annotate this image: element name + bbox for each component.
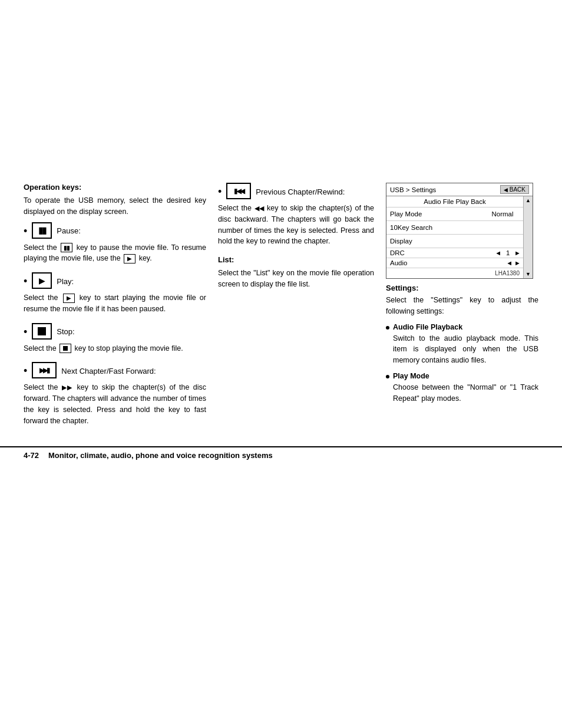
playmode-item-text: Choose between the "Normal" or "1 Track … bbox=[393, 382, 538, 404]
audio-controls: ◄ ► bbox=[504, 258, 523, 268]
screen-header: USB > Settings ◀ BACK bbox=[386, 183, 533, 196]
settings-item-audio-bullet-row: Audio File Playback Switch to the audio … bbox=[386, 323, 538, 366]
play-mode-row: Play Mode Normal bbox=[386, 207, 523, 221]
scroll-down-arrow[interactable]: ▼ bbox=[525, 271, 531, 277]
list-description: Select the "List" key on the movie file … bbox=[218, 268, 374, 290]
ff-key-row: • ▶▶▮ Next Chapter/Fast Forward: bbox=[24, 362, 206, 378]
scroll-up-arrow[interactable]: ▲ bbox=[525, 197, 531, 203]
play-key-block: • ▶ Play: Select the ▶ key to start play… bbox=[24, 272, 206, 315]
audio-right-arrow[interactable]: ► bbox=[514, 259, 521, 266]
play-key-label: Play: bbox=[57, 274, 74, 287]
footer-page: 4-72 bbox=[24, 451, 39, 460]
audio-file-label: Audio File Play Back bbox=[424, 198, 485, 205]
drc-label: DRC bbox=[386, 248, 492, 258]
play-key-row: • ▶ Play: bbox=[24, 272, 206, 289]
operation-keys-intro: To operate the USB memory, select the de… bbox=[24, 195, 206, 218]
audio-item-text: Switch to the audio playback mode. This … bbox=[393, 333, 538, 366]
screen-body: Audio File Play Back Play Mode Normal 10… bbox=[386, 196, 533, 278]
play-inline-icon-1: ▶ bbox=[124, 254, 135, 263]
ff-bullet: • bbox=[24, 365, 27, 376]
tenkey-label: 10Key Search bbox=[386, 223, 523, 232]
rew-key-label: Previous Chapter/Rewind: bbox=[256, 185, 345, 197]
operation-keys-heading: Operation keys: bbox=[24, 183, 206, 192]
ff-key-block: • ▶▶▮ Next Chapter/Fast Forward: Select … bbox=[24, 362, 206, 426]
audio-file-row: Audio File Play Back bbox=[386, 196, 523, 207]
ff-key-icon: ▶▶▮ bbox=[32, 362, 57, 378]
settings-item-playmode-bullet-row: Play Mode Choose between the "Normal" or… bbox=[386, 372, 538, 404]
settings-item-audio: Audio File Playback Switch to the audio … bbox=[386, 323, 538, 366]
pause-inline-icon: ▮▮ bbox=[61, 243, 72, 252]
rew-bullet: • bbox=[218, 186, 222, 197]
drc-right-arrow[interactable]: ► bbox=[514, 249, 521, 256]
pause-key-icon: ▮▮ bbox=[32, 222, 52, 239]
playmode-item-bullet-dot bbox=[386, 375, 389, 378]
drc-controls: ◄ 1 ► bbox=[492, 248, 523, 258]
rew-key-block: • ▮◀◀ Previous Chapter/Rewind: Select th… bbox=[218, 183, 374, 247]
footer-bar: 4-72 Monitor, climate, audio, phone and … bbox=[0, 446, 562, 463]
settings-intro: Select the "Settings" key to adjust the … bbox=[386, 295, 538, 317]
playmode-item-title: Play Mode bbox=[393, 372, 538, 380]
display-label: Display bbox=[386, 236, 523, 246]
play-bullet: • bbox=[24, 276, 27, 286]
pause-key-row: • ▮▮ Pause: bbox=[24, 222, 206, 239]
drc-row: DRC ◄ 1 ► bbox=[386, 248, 523, 258]
pause-bullet: • bbox=[24, 226, 27, 236]
stop-bullet: • bbox=[24, 327, 27, 337]
rew-key-icon: ▮◀◀ bbox=[226, 183, 251, 199]
audio-item-bullet-dot bbox=[386, 326, 389, 330]
play-inline-icon-2: ▶ bbox=[63, 294, 75, 303]
display-row: Display bbox=[386, 235, 523, 248]
drc-value: 1 bbox=[503, 249, 513, 256]
main-content: Operation keys: To operate the USB memor… bbox=[0, 183, 562, 434]
back-button[interactable]: ◀ BACK bbox=[500, 185, 529, 194]
rew-key-row: • ▮◀◀ Previous Chapter/Rewind: bbox=[218, 183, 374, 199]
rew-key-description: Select the ◀◀ key to skip the chapter(s)… bbox=[218, 203, 374, 247]
audio-item-title: Audio File Playback bbox=[393, 323, 538, 331]
tenkey-search-row: 10Key Search bbox=[386, 221, 523, 235]
ff-key-label: Next Chapter/Fast Forward: bbox=[61, 364, 156, 377]
stop-key-row: • Stop: bbox=[24, 323, 206, 340]
ff-key-description: Select the ▶▶ key to skip the chapter(s)… bbox=[24, 382, 206, 426]
play-key-icon: ▶ bbox=[32, 272, 52, 289]
stop-key-block: • Stop: Select the key to stop playing t… bbox=[24, 323, 206, 354]
list-heading: List: bbox=[218, 255, 374, 264]
stop-inline-icon bbox=[59, 344, 71, 353]
right-column: USB > Settings ◀ BACK Audio File Play Ba… bbox=[386, 183, 538, 434]
middle-column: • ▮◀◀ Previous Chapter/Rewind: Select th… bbox=[218, 183, 374, 434]
audio-label: Audio bbox=[386, 258, 504, 268]
play-mode-label: Play Mode bbox=[386, 209, 482, 219]
drc-left-arrow[interactable]: ◄ bbox=[495, 249, 501, 256]
left-column: Operation keys: To operate the USB memor… bbox=[24, 183, 206, 434]
settings-heading: Settings: bbox=[386, 284, 538, 292]
screen-rows-area: Audio File Play Back Play Mode Normal 10… bbox=[386, 196, 523, 278]
screen-scrollbar: ▲ ▼ bbox=[523, 196, 533, 278]
screen-title: USB > Settings bbox=[390, 186, 436, 193]
stop-key-icon bbox=[32, 323, 52, 340]
footer-text: Monitor, climate, audio, phone and voice… bbox=[48, 451, 273, 460]
lha-label: LHA1380 bbox=[386, 268, 523, 278]
play-mode-value: Normal bbox=[482, 209, 523, 219]
audio-row: Audio ◄ ► bbox=[386, 258, 523, 268]
screen-mockup: USB > Settings ◀ BACK Audio File Play Ba… bbox=[386, 183, 533, 279]
stop-key-description: Select the key to stop playing the movie… bbox=[24, 343, 206, 354]
settings-item-playmode: Play Mode Choose between the "Normal" or… bbox=[386, 372, 538, 404]
back-button-label: BACK bbox=[510, 186, 525, 193]
pause-key-block: • ▮▮ Pause: Select the ▮▮ key to pause t… bbox=[24, 222, 206, 265]
audio-left-arrow[interactable]: ◄ bbox=[506, 259, 513, 266]
stop-key-label: Stop: bbox=[57, 324, 74, 337]
pause-key-label: Pause: bbox=[57, 223, 80, 236]
page-container: Operation keys: To operate the USB memor… bbox=[0, 0, 562, 728]
top-whitespace bbox=[0, 0, 562, 183]
pause-key-description: Select the ▮▮ key to pause the movie fil… bbox=[24, 242, 206, 265]
play-key-description: Select the ▶ key to start playing the mo… bbox=[24, 292, 206, 315]
